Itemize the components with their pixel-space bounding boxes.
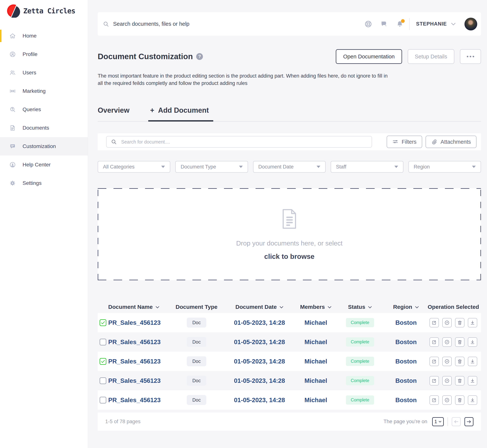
next-page-button[interactable] [464,417,473,426]
filter-document-type[interactable]: Document Type [175,161,248,173]
compass-button[interactable] [442,357,452,366]
support-icon[interactable] [365,20,372,28]
sidebar-item-settings[interactable]: Settings [0,174,88,192]
arrow-right-icon [467,420,471,424]
notifications-icon[interactable] [396,20,404,28]
column-document-date[interactable]: Document Date [221,304,298,310]
help-question-icon[interactable]: ? [196,53,203,60]
sidebar-item-users[interactable]: Users [0,64,88,82]
document-region: Boston [386,338,426,346]
open-documentation-button[interactable]: Open Documentation [336,49,402,64]
download-button[interactable] [468,376,477,385]
sort-chevron-icon [368,306,372,309]
document-dropzone[interactable]: Drop your documents here, or select clic… [98,188,481,280]
sidebar-item-label: Profile [23,51,37,57]
document-type-badge: Doc [187,318,206,328]
download-button[interactable] [468,318,477,328]
document-date: 01-05-2023, 14:28 [221,319,298,326]
user-name: STEPHANIE [416,21,447,27]
user-avatar[interactable] [464,18,477,31]
delete-button[interactable] [455,357,464,366]
column-members[interactable]: Members [298,304,334,310]
filter-staff[interactable]: Staff [331,161,403,173]
prev-page-button[interactable] [452,417,461,426]
download-icon [470,359,475,364]
document-name[interactable]: PR_Sales_456123 [108,338,172,346]
queries-icon [9,106,16,113]
delete-button[interactable] [455,337,464,347]
row-checkbox[interactable] [100,319,106,326]
edit-button[interactable] [430,318,439,328]
column-document-type[interactable]: Document Type [172,304,221,310]
dropzone-browse-action[interactable]: click to browse [264,253,314,261]
edit-button[interactable] [430,357,439,366]
chat-icon[interactable] [380,20,388,28]
dropdown-arrow-icon [239,166,243,168]
edit-button[interactable] [430,337,439,347]
document-date: 01-05-2023, 14:28 [221,397,298,404]
filter-document-date[interactable]: Document Date [253,161,326,173]
tab-add-document[interactable]: +Add Document [150,106,209,121]
column-region[interactable]: Region [386,304,426,310]
page-header: Document Customization ? Open Documentat… [98,49,481,64]
column-status[interactable]: Status [334,304,386,310]
edit-button[interactable] [430,395,439,405]
sidebar-item-home[interactable]: Home [0,27,88,45]
document-file-icon [280,208,299,231]
document-name[interactable]: PR_Sales_456123 [108,358,172,365]
table-row: PR_Sales_456123 Doc 01-05-2023, 14:28 Mi… [98,313,481,332]
more-options-button[interactable]: ••• [460,49,481,64]
filter-region[interactable]: Region [408,161,481,173]
sidebar-item-help-center[interactable]: Help Center [0,156,88,174]
column-operation-selected: Operation Selected [426,304,481,310]
filters-button[interactable]: Filters [387,136,422,148]
pagination-divider [447,417,448,426]
download-icon [470,398,475,403]
sidebar-item-label: Customization [23,143,56,149]
marketing-icon [9,88,16,94]
edit-button[interactable] [430,376,439,385]
download-button[interactable] [468,395,477,405]
sort-chevron-icon [155,306,160,309]
filters-label: Filters [402,139,416,145]
compass-button[interactable] [442,318,452,328]
page-select[interactable]: 1 [432,417,444,426]
document-search-input[interactable] [121,139,367,145]
compass-button[interactable] [442,337,452,347]
row-checkbox[interactable] [100,397,106,403]
current-page: 1 [434,419,437,424]
row-checkbox[interactable] [100,377,106,384]
search-icon [111,139,117,145]
brand-logo: Zetta Circles [0,0,88,18]
attachments-button[interactable]: Attachments [426,136,477,148]
download-button[interactable] [468,357,477,366]
delete-button[interactable] [455,318,464,328]
row-checkbox[interactable] [100,358,106,365]
column-document-name[interactable]: Document Name [108,304,172,310]
document-search[interactable] [106,136,372,148]
row-checkbox[interactable] [100,339,106,345]
global-search[interactable]: Search documents, files or help [103,21,365,27]
compass-button[interactable] [442,395,452,405]
trash-icon [457,359,463,364]
document-name[interactable]: PR_Sales_456123 [108,319,172,326]
filter-all-categories[interactable]: All Categories [98,161,170,173]
sidebar-item-documents[interactable]: Documents [0,119,88,137]
sidebar-item-queries[interactable]: Queries [0,100,88,119]
download-button[interactable] [468,337,477,347]
sidebar-item-customization[interactable]: Customization [0,137,88,156]
user-menu[interactable]: STEPHANIE [416,18,477,31]
delete-button[interactable] [455,376,464,385]
sidebar-item-profile[interactable]: Profile [0,45,88,64]
setup-details-button[interactable]: Setup Details [408,49,455,64]
document-name[interactable]: PR_Sales_456123 [108,397,172,404]
compass-button[interactable] [442,376,452,385]
document-region: Boston [386,358,426,365]
sidebar-item-label: Home [23,33,37,39]
sidebar-item-marketing[interactable]: Marketing [0,82,88,100]
delete-button[interactable] [455,395,464,405]
topbar: Search documents, files or help [98,12,481,36]
tab-overview[interactable]: Overview [98,106,130,121]
pages-summary: 1-5 of 78 pages [105,419,140,424]
document-name[interactable]: PR_Sales_456123 [108,377,172,384]
